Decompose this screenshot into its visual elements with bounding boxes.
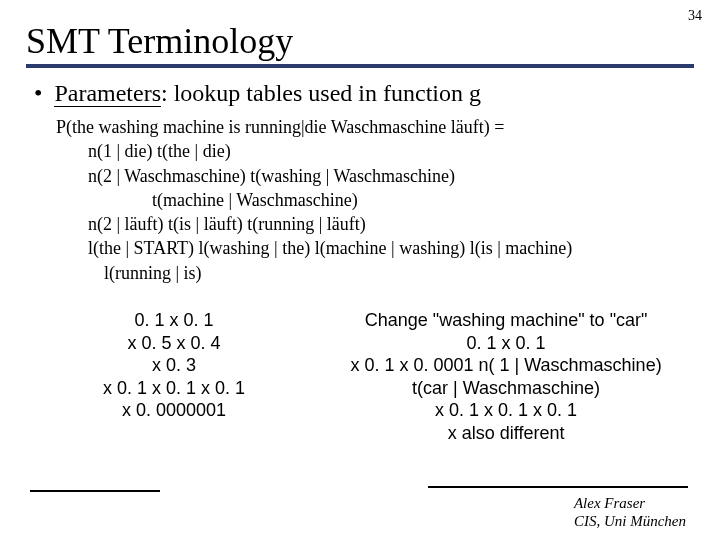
right-r1: Change "washing machine" to "car"	[320, 309, 692, 332]
page-number: 34	[688, 8, 702, 24]
left-l2: x 0. 5 x 0. 4	[28, 332, 320, 355]
body-area: • Parameters: lookup tables used in func…	[28, 80, 692, 444]
right-r3: x 0. 1 x 0. 0001 n( 1 | Waschmaschine)	[320, 354, 692, 377]
left-l5: x 0. 0000001	[28, 399, 320, 422]
eq-line-3: n(2 | Waschmaschine) t(washing | Waschma…	[88, 164, 692, 188]
title-wrap: SMT Terminology	[26, 20, 694, 68]
eq-line-2: n(1 | die) t(the | die)	[88, 139, 692, 163]
bullet-rest: : lookup tables used in function g	[161, 80, 481, 106]
footer-text: Alex Fraser CIS, Uni München	[574, 494, 686, 530]
left-l4: x 0. 1 x 0. 1 x 0. 1	[28, 377, 320, 400]
eq-line-6: l(the | START) l(washing | the) l(machin…	[88, 236, 692, 260]
footer-rule-left	[30, 490, 160, 492]
footer-rule	[428, 486, 688, 488]
right-r2: 0. 1 x 0. 1	[320, 332, 692, 355]
left-column: 0. 1 x 0. 1 x 0. 5 x 0. 4 x 0. 3 x 0. 1 …	[28, 309, 320, 444]
columns: 0. 1 x 0. 1 x 0. 5 x 0. 4 x 0. 3 x 0. 1 …	[28, 309, 692, 444]
slide-title: SMT Terminology	[26, 20, 694, 64]
equation-block: P(the washing machine is running|die Was…	[56, 115, 692, 285]
eq-line-7: l(running | is)	[104, 261, 692, 285]
left-l1: 0. 1 x 0. 1	[28, 309, 320, 332]
bullet-parameters: • Parameters: lookup tables used in func…	[34, 80, 692, 107]
footer-affil: CIS, Uni München	[574, 512, 686, 530]
eq-line-5: n(2 | läuft) t(is | läuft) t(running | l…	[88, 212, 692, 236]
footer-name: Alex Fraser	[574, 494, 686, 512]
bullet-label: Parameters	[54, 80, 161, 107]
right-r5: x 0. 1 x 0. 1 x 0. 1	[320, 399, 692, 422]
left-l3: x 0. 3	[28, 354, 320, 377]
right-r4: t(car | Waschmaschine)	[320, 377, 692, 400]
eq-line-1: P(the washing machine is running|die Was…	[56, 115, 692, 139]
right-r6: x also different	[320, 422, 692, 445]
bullet-marker: •	[34, 80, 42, 106]
right-column: Change "washing machine" to "car" 0. 1 x…	[320, 309, 692, 444]
eq-line-4: t(machine | Waschmaschine)	[152, 188, 692, 212]
